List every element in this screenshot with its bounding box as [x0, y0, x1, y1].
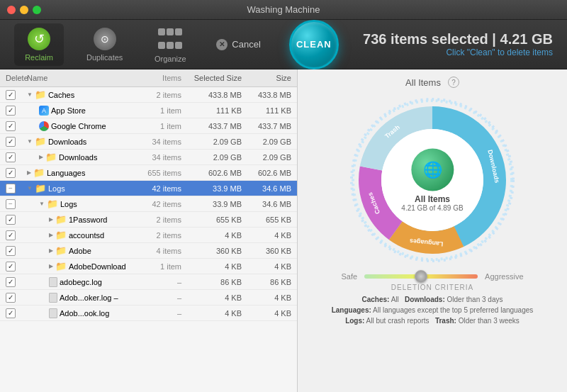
row-size: 4 KB [242, 309, 291, 318]
checkbox[interactable]: ✓ [6, 137, 16, 147]
table-row[interactable]: ✓▶📁Languages655 items602.6 MB602.6 MB [0, 165, 297, 181]
close-button[interactable] [7, 6, 16, 14]
row-selected-size: 33.9 MB [181, 200, 242, 208]
table-row[interactable]: ✓ adobegc.log–86 KB86 KB [0, 274, 297, 290]
expand-icon[interactable]: ▶ [27, 169, 31, 176]
folder-icon: 📁 [35, 136, 46, 147]
checkbox[interactable]: ✓ [6, 152, 16, 162]
slider-track[interactable] [364, 274, 478, 279]
table-row[interactable]: ✓ ▶📁Downloads34 items2.09 GB2.09 GB [0, 150, 297, 165]
row-items: 34 items [132, 153, 181, 162]
duplicates-icon: ⊙ [94, 28, 116, 50]
table-row[interactable]: ✓ ▶📁accountsd2 items4 KB4 KB [0, 228, 297, 243]
expand-icon[interactable]: ▶ [49, 247, 53, 254]
table-row[interactable]: −▼📁Logs42 items33.9 MB34.6 MB [0, 181, 297, 196]
row-name: adobegc.log [27, 277, 132, 287]
table-row[interactable]: ✓ Adob...oker.log ––4 KB4 KB [0, 290, 297, 306]
folder-icon: 📁 [47, 198, 58, 209]
deletion-criteria-title: DELETION CRITERIA [305, 284, 560, 291]
all-items-title: All Items [405, 77, 441, 88]
checkbox[interactable]: − [6, 199, 16, 209]
row-name: ▶📁AdobeDownload [27, 261, 132, 271]
expand-icon[interactable]: ▶ [49, 216, 53, 223]
all-items-header: All Items ? [405, 77, 459, 88]
row-label: Adob...ook.log [60, 309, 109, 318]
row-size: 86 KB [242, 278, 291, 286]
checkbox[interactable]: ✓ [6, 246, 16, 256]
row-size: 34.6 MB [242, 200, 291, 208]
folder-icon: 📁 [35, 89, 46, 100]
checkbox[interactable]: ✓ [6, 215, 16, 225]
expand-icon[interactable]: ▶ [49, 263, 53, 269]
cancel-label: Cancel [232, 39, 260, 50]
row-size: 602.6 MB [242, 169, 291, 177]
row-size: 655 KB [242, 215, 291, 224]
table-row[interactable]: ✓ ▶📁1Password2 items655 KB655 KB [0, 212, 297, 228]
clean-button-container: CLEAN [289, 23, 339, 66]
row-selected-size: 360 KB [181, 247, 242, 255]
window-controls[interactable] [7, 6, 41, 14]
cancel-button[interactable]: ✕ Cancel [216, 39, 260, 50]
slider-thumb[interactable] [415, 270, 427, 283]
row-name: Adob...ook.log [27, 308, 132, 318]
row-selected-size: 4 KB [181, 262, 242, 271]
row-label: Logs [48, 184, 65, 193]
file-icon [49, 293, 57, 303]
note-logs-text: All but crash reports [364, 317, 433, 325]
row-items: – [132, 278, 181, 286]
row-items: 2 items [132, 91, 181, 99]
table-row[interactable]: ✓ Adob...ook.log–4 KB4 KB [0, 306, 297, 321]
expand-icon[interactable]: ▼ [27, 138, 33, 145]
expand-icon[interactable]: ▼ [27, 91, 33, 98]
row-label: Languages [47, 169, 85, 177]
table-row[interactable]: ✓ ▶📁Adobe4 items360 KB360 KB [0, 243, 297, 259]
checkbox[interactable]: ✓ [6, 308, 16, 318]
table-row[interactable]: ✓ ▶📁AdobeDownload1 item4 KB4 KB [0, 259, 297, 274]
checkbox[interactable]: ✓ [6, 168, 16, 178]
title-bar: Washing Machine [0, 0, 567, 20]
table-row[interactable]: ✓▼📁Caches2 items433.8 MB433.8 MB [0, 87, 297, 103]
checkbox[interactable]: ✓ [6, 277, 16, 287]
row-selected-size: 33.9 MB [181, 184, 242, 193]
table-row[interactable]: ✓▼📁Downloads34 items2.09 GB2.09 GB [0, 134, 297, 150]
checkbox[interactable]: − [6, 184, 16, 194]
note-downloads-label: Downloads: [405, 296, 445, 303]
expand-icon[interactable]: ▶ [39, 154, 43, 160]
note-trash-text: Older than 3 weeks [456, 317, 520, 325]
minimize-button[interactable] [20, 6, 28, 14]
row-name: AApp Store [27, 106, 132, 116]
maximize-button[interactable] [33, 6, 41, 14]
checkbox[interactable]: ✓ [6, 121, 16, 131]
folder-icon: 📁 [33, 167, 45, 178]
folder-icon: 📁 [55, 245, 67, 256]
row-selected-size: 4 KB [181, 309, 242, 318]
reclaim-tab[interactable]: ↺ Reclaim [14, 23, 64, 66]
table-row[interactable]: ✓ AApp Store1 item111 KB111 KB [0, 103, 297, 118]
organize-tab[interactable]: Organize [145, 22, 195, 67]
row-name: ▶📁Downloads [27, 152, 132, 162]
row-label: adobegc.log [60, 278, 102, 286]
table-row[interactable]: − ▼📁Logs42 items33.9 MB34.6 MB [0, 196, 297, 212]
row-items: 1 item [132, 122, 181, 130]
file-panel[interactable]: Delete Name Items Selected Size Size ✓▼📁… [0, 69, 298, 392]
expand-icon[interactable]: ▼ [27, 185, 33, 191]
row-name: ▼📁Logs [27, 198, 132, 209]
toolbar: ↺ Reclaim ⊙ Duplicates Organize ✕ Cancel… [0, 20, 567, 69]
checkbox[interactable]: ✓ [6, 106, 16, 116]
deletion-criteria-section: Safe Aggressive DELETION CRITERIA Caches… [305, 272, 560, 326]
donut-label: All Items [401, 194, 463, 204]
checkbox[interactable]: ✓ [6, 293, 16, 303]
row-selected-size: 4 KB [181, 293, 242, 302]
duplicates-label: Duplicates [86, 53, 123, 62]
checkbox[interactable]: ✓ [6, 230, 16, 240]
checkbox[interactable]: ✓ [6, 262, 16, 271]
duplicates-tab[interactable]: ⊙ Duplicates [78, 23, 131, 66]
row-label: App Store [51, 106, 86, 115]
expand-icon[interactable]: ▶ [49, 232, 53, 238]
checkbox[interactable]: ✓ [6, 90, 16, 100]
clean-button[interactable]: CLEAN [289, 20, 339, 69]
table-row[interactable]: ✓ Google Chrome1 item433.7 MB433.7 MB [0, 118, 297, 134]
info-icon[interactable]: ? [448, 77, 459, 88]
expand-icon[interactable]: ▼ [39, 201, 45, 207]
note-languages-text: All languages except the top 5 preferred… [371, 306, 534, 314]
